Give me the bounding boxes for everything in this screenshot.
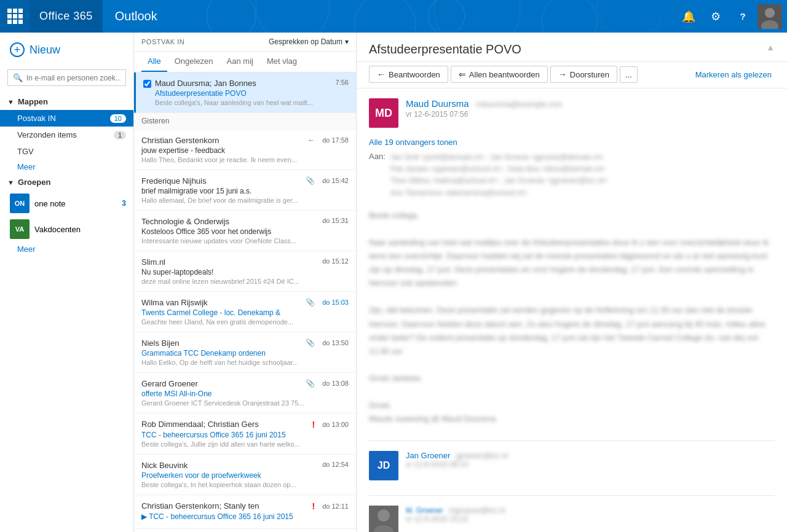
email-body: MD Maud Duursma mduursma@example.com vr … xyxy=(357,88,787,532)
group-item-vakdocenten[interactable]: VA Vakdocenten xyxy=(0,216,133,242)
email-checkbox[interactable] xyxy=(143,80,151,88)
user-avatar-button[interactable] xyxy=(757,4,782,29)
list-item[interactable]: Nick Beuvink do 12:54 Proefwerken voor d… xyxy=(134,455,356,495)
reply-info-2: M. Groener mgroener@tcc.nl vr 12-6-2015 … xyxy=(406,506,505,523)
attachment-icon: 📎 xyxy=(306,338,315,347)
settings-button[interactable]: ⚙ xyxy=(703,4,728,29)
reply-section-1: JD Jan Groener jgroener@tcc.nl vr 12-6-2… xyxy=(369,440,775,480)
help-button[interactable]: ? xyxy=(730,4,755,29)
main-layout: + Nieuw 🔍 ▼ Mappen Postvak IN 10 Verzond… xyxy=(0,33,787,532)
list-item[interactable]: Frederique Nijhuis 📎 do 15:42 brief mail… xyxy=(134,170,356,211)
sidebar: + Nieuw 🔍 ▼ Mappen Postvak IN 10 Verzond… xyxy=(0,33,134,532)
from-name: Maud Duursma xyxy=(406,98,469,109)
reply-all-icon: ⇐ xyxy=(459,69,466,79)
email-from-row: MD Maud Duursma mduursma@example.com vr … xyxy=(369,98,775,128)
decorative-circles xyxy=(170,0,676,33)
list-item[interactable]: Niels Bijen 📎 do 13:50 Grammatica TCC De… xyxy=(134,332,356,373)
list-item[interactable]: Wilma van Rijswijk 📎 do 15:03 Twents Car… xyxy=(134,292,356,332)
search-icon: 🔍 xyxy=(13,73,23,82)
svg-point-2 xyxy=(354,0,416,33)
attachment-icon: 📎 xyxy=(306,379,315,388)
folders-section-header[interactable]: ▼ Mappen xyxy=(0,93,133,110)
list-item[interactable]: Slim.nl do 15:12 Nu super-laptopdeals! d… xyxy=(134,251,356,292)
detail-subject: Afstudeerpresentatie POVO xyxy=(369,42,521,57)
email-body-content: Beste collega, Naar aanleiding van heel … xyxy=(369,209,775,426)
grid-menu-button[interactable] xyxy=(0,0,30,33)
groups-chevron-icon: ▼ xyxy=(7,179,14,186)
scroll-chevrons: ▲ xyxy=(766,42,775,52)
email-filter-tabs: Alle Ongelezen Aan mij Met vlag xyxy=(134,52,356,72)
email-list: Maud Duursma; Jan Bonnes 7:56 Afstudeerp… xyxy=(134,72,356,532)
brand-label[interactable]: Office 365 xyxy=(30,0,103,33)
svg-point-8 xyxy=(765,8,775,18)
flag-icon: ! xyxy=(312,420,315,429)
avatar-image xyxy=(757,4,782,29)
reply-section-2: M. Groener mgroener@tcc.nl vr 12-6-2015 … xyxy=(369,495,775,532)
reply-icon: ← xyxy=(307,136,315,144)
email-actions-row: ← Beantwoorden ⇐ Allen beantwoorden → Do… xyxy=(357,62,787,88)
reply-all-button[interactable]: ⇐ Allen beantwoorden xyxy=(451,66,548,83)
app-label: Outlook xyxy=(103,9,170,23)
list-item[interactable]: Technologie & Onderwijs do 15:31 Kostelo… xyxy=(134,211,356,251)
group-onenote-badge: ON xyxy=(10,194,30,213)
to-row: Aan: Jan Smit <jsmit@domain.nl> ; Jan Gr… xyxy=(369,152,775,199)
group-item-onenote[interactable]: ON one note 3 xyxy=(0,190,133,216)
email-list-header: POSTVAK IN Gesprekken op Datum ▾ xyxy=(134,33,356,52)
new-email-button[interactable]: + Nieuw xyxy=(10,40,124,60)
show-recipients-link[interactable]: Alle 19 ontvangers tonen xyxy=(369,138,775,147)
reply-icon: ← xyxy=(377,69,386,79)
svg-point-3 xyxy=(434,0,520,33)
reply-button[interactable]: ← Beantwoorden xyxy=(369,66,448,83)
top-nav: Office 365 Outlook 🔔 ⚙ ? xyxy=(0,0,787,33)
detail-header: Afstudeerpresentatie POVO ▲ xyxy=(357,33,787,62)
reply-avatar-1: JD xyxy=(369,451,398,480)
from-info: Maud Duursma mduursma@example.com vr 12-… xyxy=(406,98,775,119)
svg-point-0 xyxy=(207,0,256,33)
sidebar-item-inbox[interactable]: Postvak IN 10 xyxy=(0,110,133,127)
list-item[interactable]: Christian Gerstenkorn ← do 17:58 jouw ex… xyxy=(134,130,356,170)
flag-icon: ! xyxy=(312,501,315,511)
folders-chevron-icon: ▼ xyxy=(7,98,14,106)
reply-from-row-2: M. Groener mgroener@tcc.nl vr 12-6-2015 … xyxy=(369,506,775,532)
list-item[interactable]: Gerard Groener 📎 do 13:08 offerte MSI Al… xyxy=(134,373,356,413)
sidebar-item-tgv[interactable]: TGV xyxy=(0,143,133,160)
mark-read-button[interactable]: Markeren als gelezen xyxy=(692,67,775,82)
more-actions-button[interactable]: ... xyxy=(620,66,638,83)
from-date: vr 12-6-2015 07:56 xyxy=(406,110,775,119)
svg-point-6 xyxy=(428,0,465,33)
attachment-icon: 📎 xyxy=(306,298,315,307)
list-item[interactable]: Maud Duursma; Jan Bonnes 7:56 Afstudeerp… xyxy=(134,72,356,113)
new-circle-icon: + xyxy=(10,42,25,57)
folders-more-link[interactable]: Meer xyxy=(0,160,133,174)
attachment-icon: 📎 xyxy=(306,176,315,185)
search-input[interactable] xyxy=(26,74,121,82)
email-detail-pane: Afstudeerpresentatie POVO ▲ ← Beantwoord… xyxy=(357,33,787,532)
email-list-pane: POSTVAK IN Gesprekken op Datum ▾ Alle On… xyxy=(134,33,357,532)
notification-button[interactable]: 🔔 xyxy=(676,4,701,29)
sort-control[interactable]: Gesprekken op Datum ▾ xyxy=(269,37,349,46)
groups-section-header[interactable]: ▼ Groepen xyxy=(0,174,133,190)
sidebar-item-sent[interactable]: Verzonden items 1 xyxy=(0,127,133,143)
groups-more-link[interactable]: Meer xyxy=(0,242,133,256)
svg-point-4 xyxy=(542,0,597,33)
search-box[interactable]: 🔍 xyxy=(7,69,126,86)
group-vakdocenten-badge: VA xyxy=(10,219,30,239)
email-subject-arrow: ▶ TCC - beheercursus Office 365 16 juni … xyxy=(141,512,349,521)
from-email: mduursma@example.com xyxy=(476,100,562,109)
filter-tab-all[interactable]: Alle xyxy=(141,52,167,72)
sort-chevron-icon: ▾ xyxy=(345,37,349,46)
list-item[interactable]: Rob Dimmendaal; Christian Gers ! do 13:0… xyxy=(134,413,356,455)
svg-point-11 xyxy=(378,509,390,522)
filter-tab-flagged[interactable]: Met vlag xyxy=(261,52,303,72)
reply-info-1: Jan Groener jgroener@tcc.nl vr 12-6-2015… xyxy=(406,451,508,469)
forward-button[interactable]: → Doorsturen xyxy=(550,66,617,83)
list-item[interactable]: Christian Gerstenkorn; Stanly ten ! do 1… xyxy=(134,495,356,529)
sender-avatar: MD xyxy=(369,98,398,128)
filter-tab-unread[interactable]: Ongelezen xyxy=(168,52,219,72)
to-content: Jan Smit <jsmit@domain.nl> ; Jan Groene … xyxy=(390,152,607,199)
svg-point-5 xyxy=(597,0,662,33)
grid-icon xyxy=(7,9,23,24)
date-separator: Gisteren xyxy=(134,113,356,130)
filter-tab-tome[interactable]: Aan mij xyxy=(221,52,259,72)
forward-icon: → xyxy=(558,69,567,79)
